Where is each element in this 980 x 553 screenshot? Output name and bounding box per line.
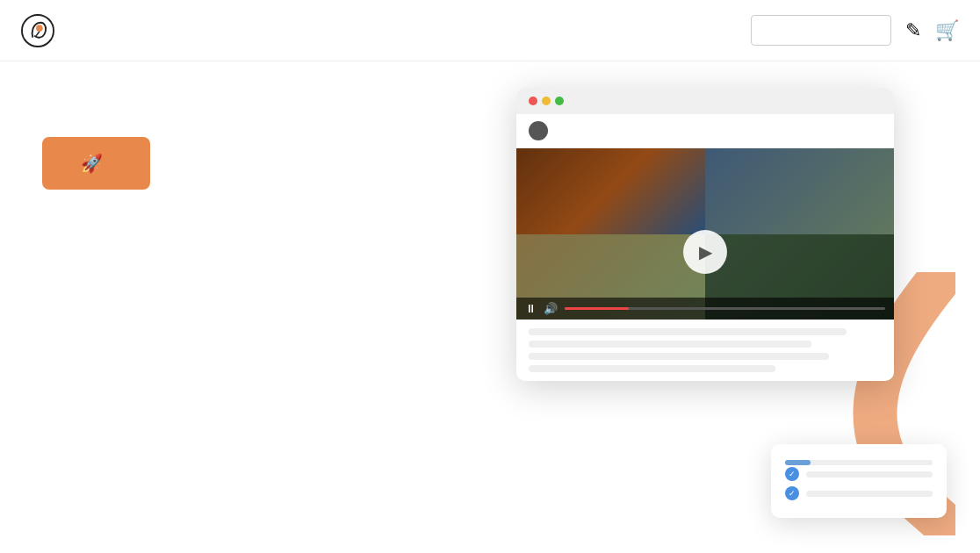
progress-card: ✓ ✓ [771, 444, 947, 518]
video-progress-bar[interactable] [565, 307, 885, 310]
progress-bar-wrap [785, 460, 933, 465]
rocket-icon: 🚀 [81, 153, 103, 174]
lesson-bar-2 [806, 491, 933, 497]
video-area: ▶ ⏸ 🔊 [516, 148, 894, 320]
lesson-check-1: ✓ [785, 467, 799, 481]
pause-icon[interactable]: ⏸ [525, 302, 537, 315]
progress-bar-fill [785, 460, 811, 465]
hero-right: const dtl = document.querySelector('.dot… [499, 97, 938, 553]
video-controls: ⏸ 🔊 [516, 298, 894, 320]
svg-point-1 [36, 25, 43, 32]
user-icon[interactable]: ✎ [905, 19, 921, 42]
browser-dot-yellow [542, 97, 551, 105]
lesson-check-2: ✓ [785, 486, 799, 500]
browser-bar [516, 88, 894, 114]
skeleton-1 [529, 328, 847, 335]
logo[interactable] [21, 14, 61, 47]
lesson-item-1: ✓ [785, 467, 933, 481]
browser-dot-green [555, 97, 564, 105]
lesson-item-2: ✓ [785, 486, 933, 500]
nav-right: ✎ 🛒 [751, 15, 959, 46]
skeleton-3 [529, 353, 829, 360]
cart-icon[interactable]: 🛒 [935, 19, 959, 42]
hero-left: 🚀 [42, 97, 499, 190]
browser-brand-row [516, 114, 894, 148]
browser-traffic-lights [529, 97, 564, 105]
play-button[interactable]: ▶ [683, 230, 727, 274]
navbar: ✎ 🛒 [0, 0, 980, 61]
hero-section: 🚀 const dtl = document.querySelector('.d… [0, 61, 980, 553]
logo-icon [21, 14, 54, 47]
browser-dot-red [529, 97, 537, 105]
cta-button[interactable]: 🚀 [42, 137, 150, 190]
video-progress-fill [565, 307, 629, 310]
volume-icon[interactable]: 🔊 [544, 302, 558, 315]
lesson-bar-1 [806, 471, 933, 478]
search-input[interactable] [751, 15, 891, 46]
skeleton-2 [529, 341, 811, 348]
browser-skeleton [516, 320, 894, 381]
skeleton-4 [529, 365, 775, 372]
browser-mockup: ▶ ⏸ 🔊 [516, 88, 894, 381]
video-overlay: ▶ [516, 148, 894, 320]
brand-avatar [529, 121, 548, 140]
